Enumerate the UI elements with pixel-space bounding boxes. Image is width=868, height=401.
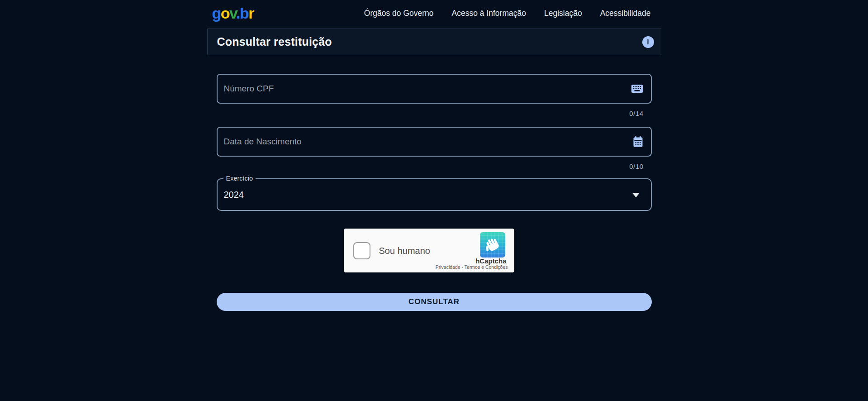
- logo-part: r: [248, 5, 254, 22]
- calendar-icon[interactable]: [633, 136, 643, 147]
- birthdate-counter: 0/10: [217, 162, 652, 171]
- hcaptcha-widget: Sou humano hCaptcha Privacidade - Termos…: [344, 229, 514, 272]
- hcaptcha-logo: [480, 232, 505, 258]
- exercise-label: Exercício: [223, 175, 256, 182]
- header-nav: Órgãos do Governo Acesso à Informação Le…: [364, 9, 651, 18]
- page-title: Consultar restituição: [217, 35, 332, 48]
- header: gov.br Órgãos do Governo Acesso à Inform…: [207, 0, 661, 26]
- nav-link-legislacao[interactable]: Legislação: [544, 9, 582, 18]
- logo-part: o: [221, 5, 229, 22]
- consultar-button[interactable]: CONSULTAR: [217, 293, 652, 311]
- exercise-value: 2024: [224, 190, 244, 200]
- dropdown-arrow-icon: [632, 193, 640, 197]
- birthdate-input[interactable]: [224, 137, 633, 147]
- title-bar: Consultar restituição i: [207, 29, 661, 55]
- cpf-field[interactable]: [217, 74, 652, 104]
- nav-link-orgaos[interactable]: Órgãos do Governo: [364, 9, 434, 18]
- nav-link-acesso-informacao[interactable]: Acesso à Informação: [452, 9, 526, 18]
- keyboard-icon[interactable]: [631, 85, 643, 93]
- hcaptcha-brand: hCaptcha: [475, 257, 506, 265]
- nav-link-acessibilidade[interactable]: Acessibilidade: [600, 9, 651, 18]
- consult-form: 0/14 0/10 Exercício 2024: [207, 74, 661, 311]
- hcaptcha-label: Sou humano: [379, 245, 430, 256]
- logo-part: v: [229, 5, 236, 22]
- hcaptcha-privacy-links[interactable]: Privacidade - Termos e Condições: [436, 264, 508, 270]
- info-icon[interactable]: i: [642, 36, 654, 48]
- birthdate-field[interactable]: [217, 127, 652, 157]
- logo-part: .b: [236, 5, 248, 22]
- govbr-logo[interactable]: gov.br: [212, 5, 254, 21]
- cpf-counter: 0/14: [217, 110, 652, 118]
- exercise-select[interactable]: Exercício 2024: [217, 178, 652, 211]
- hcaptcha-checkbox[interactable]: [353, 242, 370, 259]
- logo-part: g: [212, 5, 221, 22]
- cpf-input[interactable]: [224, 84, 631, 94]
